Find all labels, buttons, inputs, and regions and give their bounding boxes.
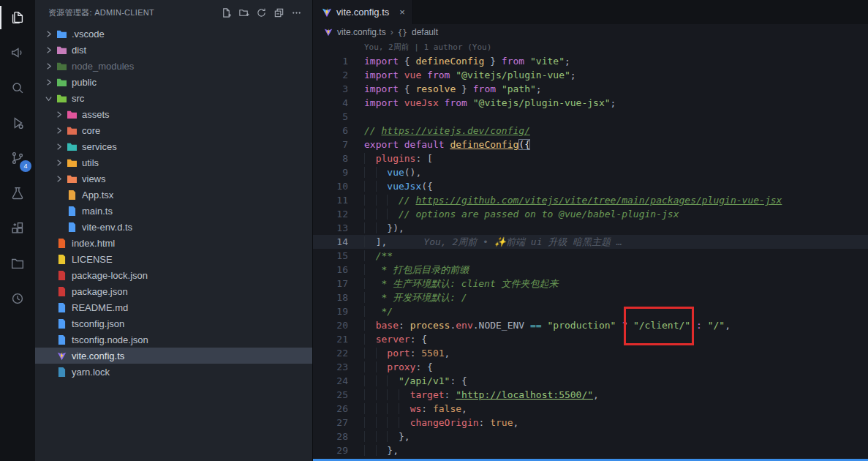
tree-item-LICENSE[interactable]: LICENSE (35, 251, 312, 267)
source-control-icon[interactable]: 4 (0, 140, 35, 176)
chevron-right-icon[interactable] (53, 127, 64, 135)
chevron-right-icon[interactable] (53, 143, 64, 151)
tree-item-core[interactable]: core (35, 122, 312, 138)
new-file-icon[interactable] (221, 7, 232, 18)
line-number: 1 (313, 54, 364, 68)
tree-item-label: utils (82, 157, 99, 168)
tree-item-utils[interactable]: utils (35, 154, 312, 170)
line-number: 28 (313, 430, 364, 443)
code-line-5[interactable]: 5 (313, 110, 868, 124)
chevron-right-icon[interactable] (42, 78, 54, 86)
code-line-25[interactable]: 25 target: "http://localhost:5500/", (313, 388, 868, 402)
tree-item-App.tsx[interactable]: App.tsx (35, 187, 312, 203)
run-and-debug-icon[interactable] (0, 105, 35, 140)
line-number: 14 (313, 235, 364, 249)
extensions-icon[interactable] (0, 211, 35, 246)
tree-item-assets[interactable]: assets (35, 106, 312, 122)
tree-item-public[interactable]: public (35, 74, 312, 90)
codelens-blame[interactable]: You, 2周前 | 1 author (You) (313, 40, 868, 54)
code-line-6[interactable]: 6// https://vitejs.dev/config/ (313, 124, 868, 138)
tab-vite-config-ts[interactable]: vite.config.ts × (313, 0, 413, 24)
tree-item-package-lock.json[interactable]: package-lock.json (35, 267, 312, 283)
code-line-1[interactable]: 1import { defineConfig } from "vite"; (313, 54, 868, 68)
inline-blame: You, 2周前 • ✨前端 ui 升级 暗黑主题 … (423, 236, 622, 247)
chevron-right-icon[interactable] (42, 62, 54, 70)
tree-item-README.md[interactable]: README.md (35, 299, 312, 315)
chevron-right-icon[interactable] (42, 46, 54, 54)
line-number: 15 (313, 249, 364, 263)
chevron-right-icon[interactable] (53, 175, 64, 183)
breadcrumb-file[interactable]: vite.config.ts (337, 27, 386, 37)
code-line-21[interactable]: 21 server: { (313, 332, 868, 346)
tree-item-.vscode[interactable]: .vscode (35, 26, 312, 42)
code-line-19[interactable]: 19 */ (313, 304, 868, 318)
code-line-27[interactable]: 27 changeOrigin: true, (313, 416, 868, 430)
tree-item-package.json[interactable]: package.json (35, 283, 312, 299)
code-line-9[interactable]: 9 vue(), (313, 165, 868, 179)
code-line-18[interactable]: 18 * 开发环境默认: / (313, 291, 868, 304)
file-icon (54, 335, 69, 345)
code-line-12[interactable]: 12 // options are passed on to @vue/babe… (313, 207, 868, 221)
code-line-24[interactable]: 24 "/api/v1": { (313, 374, 868, 388)
code-text: ws: false, (364, 402, 868, 416)
code-editor[interactable]: You, 2周前 | 1 author (You)1import { defin… (313, 40, 868, 461)
vscode-window: 4 资源管理器: ADMIN-CLIENT .vscodedistnode_ (0, 0, 868, 461)
code-line-11[interactable]: 11 // https://github.com/vitejs/vite/tre… (313, 193, 868, 207)
chevron-right-icon[interactable] (53, 159, 64, 167)
tree-item-main.ts[interactable]: main.ts (35, 203, 312, 219)
code-line-3[interactable]: 3import { resolve } from "path"; (313, 82, 868, 96)
code-line-13[interactable]: 13 }), (313, 221, 868, 235)
refresh-icon[interactable] (256, 7, 267, 18)
new-folder-icon[interactable] (238, 7, 249, 18)
code-line-8[interactable]: 8 plugins: [ (313, 151, 868, 165)
tree-item-node_modules[interactable]: node_modules (35, 58, 312, 74)
tree-item-label: vite.config.ts (72, 351, 124, 361)
history-icon[interactable] (0, 281, 35, 316)
tree-item-index.html[interactable]: index.html (35, 235, 312, 251)
announcement-icon[interactable] (0, 35, 35, 70)
code-text: vueJsx({ (364, 179, 868, 193)
tree-item-vite-env.d.ts[interactable]: vite-env.d.ts (35, 219, 312, 235)
code-line-7[interactable]: 7export default defineConfig({ (313, 138, 868, 151)
code-line-10[interactable]: 10 vueJsx({ (313, 179, 868, 193)
code-line-15[interactable]: 15 /** (313, 249, 868, 263)
breadcrumb-symbol-default[interactable]: default (412, 27, 438, 37)
collapse-all-icon[interactable] (273, 7, 284, 18)
chevron-right-icon[interactable] (53, 110, 64, 119)
tree-item-yarn.lock[interactable]: yarn.lock (35, 364, 312, 380)
code-text: changeOrigin: true, (364, 416, 868, 430)
code-line-26[interactable]: 26 ws: false, (313, 402, 868, 416)
code-line-17[interactable]: 17 * 生产环境默认: client 文件夹包起来 (313, 277, 868, 291)
file-folder-icon[interactable] (0, 246, 35, 281)
testing-beaker-icon[interactable] (0, 176, 35, 211)
code-line-28[interactable]: 28 }, (313, 430, 868, 443)
code-line-22[interactable]: 22 port: 5501, (313, 346, 868, 360)
tree-item-dist[interactable]: dist (35, 42, 312, 58)
symbol-braces-icon: {} (398, 28, 407, 37)
chevron-down-icon[interactable] (42, 94, 54, 102)
more-actions-icon[interactable] (291, 7, 302, 18)
code-line-29[interactable]: 29 }, (313, 443, 868, 457)
code-line-20[interactable]: 20 base: process.env.NODE_ENV == "produc… (313, 318, 868, 332)
tree-item-label: package.json (72, 286, 128, 297)
tree-item-services[interactable]: services (35, 138, 312, 154)
search-icon[interactable] (0, 70, 35, 105)
tree-item-vite.config.ts[interactable]: vite.config.ts (35, 348, 312, 364)
code-line-23[interactable]: 23 proxy: { (313, 360, 868, 374)
code-line-16[interactable]: 16 * 打包后目录的前缀 (313, 263, 868, 277)
code-line-14[interactable]: 14 ],You, 2周前 • ✨前端 ui 升级 暗黑主题 … (313, 235, 868, 249)
tab-close-icon[interactable]: × (399, 7, 405, 18)
code-line-2[interactable]: 2import vue from "@vitejs/plugin-vue"; (313, 68, 868, 82)
code-text: * 生产环境默认: client 文件夹包起来 (364, 277, 868, 291)
tree-item-views[interactable]: views (35, 170, 312, 187)
file-icon (64, 190, 79, 200)
code-text: plugins: [ (364, 151, 868, 165)
code-line-4[interactable]: 4import vueJsx from "@vitejs/plugin-vue-… (313, 96, 868, 110)
tree-item-tsconfig.json[interactable]: tsconfig.json (35, 315, 312, 331)
folder-icon (54, 45, 69, 55)
tree-item-tsconfig.node.json[interactable]: tsconfig.node.json (35, 331, 312, 348)
tree-item-src[interactable]: src (35, 90, 312, 106)
explorer-icon[interactable] (0, 0, 35, 35)
scm-badge: 4 (20, 160, 31, 172)
chevron-right-icon[interactable] (42, 30, 54, 38)
